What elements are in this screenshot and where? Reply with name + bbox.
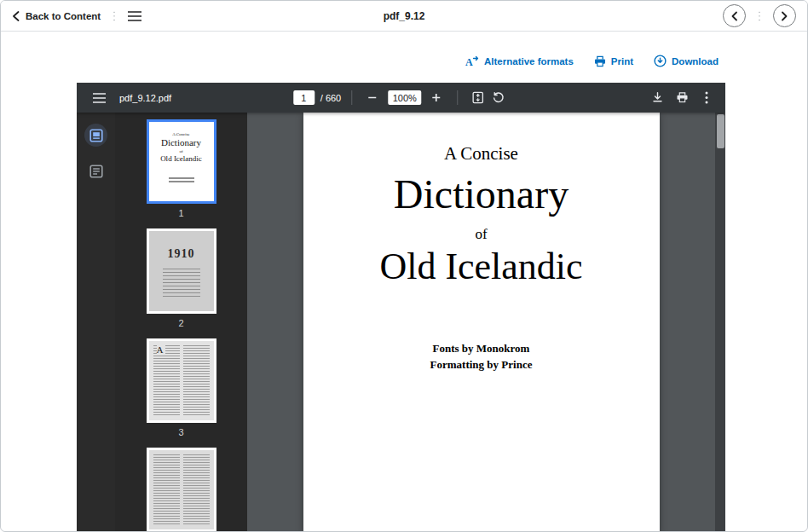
text-line-placeholder (169, 177, 194, 179)
text-column-placeholder (153, 454, 180, 525)
sidebar-icon-strip (77, 113, 115, 532)
thumb1-small-title: A Concise (172, 132, 190, 136)
top-bar-right (723, 4, 796, 27)
next-item-button[interactable] (773, 4, 796, 27)
toolbar-separator (351, 90, 352, 105)
pdf-toolbar-left: pdf_9.12.pdf (84, 88, 171, 108)
top-bar-left: Back to Content (12, 10, 141, 22)
zoom-out-icon (368, 93, 378, 102)
alternative-formats-label: Alternative formats (484, 56, 574, 66)
rotate-button[interactable] (488, 88, 509, 108)
page-small-title: A Concise (444, 143, 518, 165)
zoom-level-input[interactable] (388, 90, 421, 105)
back-to-content-button[interactable]: Back to Content (12, 11, 101, 21)
thumbnail-page-3-preview: A (149, 341, 214, 420)
document-title: pdf_9.12 (384, 10, 425, 22)
pdf-scrollbar[interactable] (715, 113, 725, 532)
chevron-right-icon (781, 11, 788, 21)
download-icon (651, 91, 664, 104)
print-link[interactable]: Print (594, 55, 633, 67)
pdf-download-button[interactable] (647, 88, 667, 108)
kebab-menu-icon (705, 91, 708, 104)
thumbnail-page-3-label: 3 (178, 427, 183, 437)
hamburger-icon (128, 11, 141, 21)
pdf-page-1: A Concise Dictionary of Old Icelandic Fo… (303, 113, 660, 532)
thumbnails-panel: A Concise Dictionary of Old Icelandic 1 … (115, 113, 247, 532)
thumbnail-page-2[interactable]: 1910 (147, 228, 216, 313)
rotate-icon (493, 91, 505, 104)
thumbnail-page-1-label: 1 (178, 208, 183, 218)
page-number-input[interactable] (293, 90, 315, 105)
more-options-button[interactable] (696, 88, 717, 108)
zoom-in-icon (432, 93, 442, 102)
pdf-scrollbar-thumb[interactable] (717, 114, 724, 148)
print-label: Print (611, 56, 633, 66)
back-to-content-label: Back to Content (26, 11, 101, 21)
thumbnails-view-button[interactable] (84, 124, 107, 147)
pdf-toolbar-center: / 660 (293, 88, 509, 108)
text-lines-placeholder (163, 269, 200, 299)
pdf-toolbar: pdf_9.12.pdf / 660 (77, 83, 725, 113)
dotted-divider (113, 10, 115, 22)
top-bar: Back to Content pdf_9.12 (1, 1, 807, 32)
pdf-body: A Concise Dictionary of Old Icelandic 1 … (77, 113, 725, 532)
thumb1-credit-lines (169, 177, 194, 182)
pdf-print-button[interactable] (672, 88, 692, 108)
toolbar-separator (457, 90, 458, 105)
thumb1-of: of (179, 149, 182, 153)
zoom-out-button[interactable] (362, 88, 383, 108)
thumbnail-page-3[interactable]: A (147, 338, 216, 423)
thumbnails-view-icon (89, 129, 103, 142)
text-line-placeholder (169, 181, 194, 182)
text-column-placeholder (183, 454, 210, 525)
download-label: Download (672, 56, 719, 66)
thumbnail-page-1-preview: A Concise Dictionary of Old Icelandic (149, 122, 214, 201)
thumbnail-page-2-label: 2 (178, 318, 183, 328)
alternative-formats-link[interactable]: A Alternative formats (465, 55, 574, 67)
page-credit-1: Fonts by Monokrom (433, 342, 530, 356)
fit-to-page-icon (472, 91, 485, 104)
chevron-left-icon (730, 11, 738, 21)
sidebar-toggle-button[interactable] (89, 88, 109, 108)
page-big-title: Dictionary (394, 172, 568, 217)
page-total-label: / 660 (320, 93, 341, 103)
download-link[interactable]: Download (654, 55, 719, 67)
pdf-toolbar-right (647, 88, 719, 108)
document-outline-icon (89, 165, 103, 178)
thumbnail-page-4[interactable] (147, 448, 216, 532)
thumbnail-page-1[interactable]: A Concise Dictionary of Old Icelandic (147, 119, 216, 204)
print-icon (676, 91, 689, 104)
thumbnail-page-4-preview (149, 450, 214, 529)
hamburger-icon (93, 93, 106, 103)
zoom-in-button[interactable] (426, 88, 447, 108)
thumb3-section-letter: A (157, 344, 166, 356)
page-subtitle: Old Icelandic (379, 246, 582, 287)
document-actions-row: A Alternative formats Print (1, 55, 719, 67)
text-column-placeholder (153, 345, 180, 416)
app-window: Back to Content pdf_9.12 (0, 0, 808, 532)
thumb1-big-title: Dictionary (161, 137, 201, 147)
page-credit-2: Formatting by Prince (430, 358, 533, 372)
thumb2-year: 1910 (168, 247, 195, 261)
pdf-viewer: pdf_9.12.pdf / 660 (77, 83, 725, 532)
page-of: of (475, 226, 487, 243)
chevron-left-icon (12, 11, 20, 21)
svg-text:A: A (465, 56, 473, 67)
thumbnail-page-2-preview: 1910 (149, 231, 214, 310)
previous-item-button[interactable] (723, 4, 746, 27)
thumb1-subtitle: Old Icelandic (160, 154, 202, 163)
menu-button[interactable] (128, 11, 141, 21)
document-outline-button[interactable] (84, 159, 107, 182)
download-icon (654, 55, 667, 67)
dotted-divider (759, 10, 760, 22)
fit-to-page-button[interactable] (468, 88, 488, 108)
pdf-page-viewport[interactable]: A Concise Dictionary of Old Icelandic Fo… (247, 113, 715, 532)
text-column-placeholder (183, 345, 210, 416)
print-icon (594, 55, 606, 67)
alternative-formats-icon: A (465, 55, 479, 67)
pdf-filename: pdf_9.12.pdf (119, 93, 171, 103)
